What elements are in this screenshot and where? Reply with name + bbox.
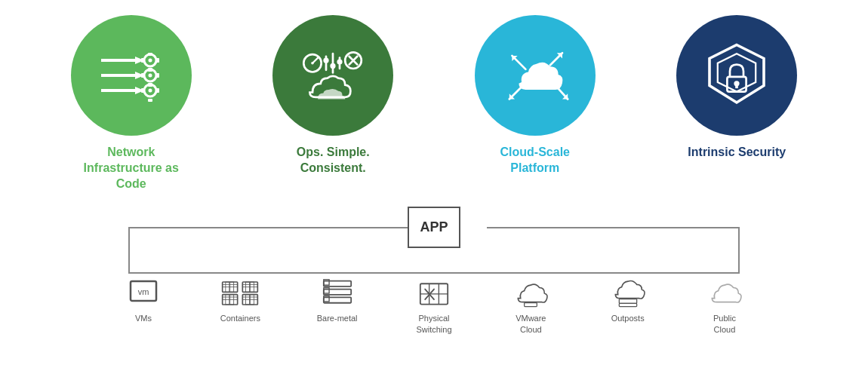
svg-rect-10: [156, 58, 159, 63]
svg-point-13: [148, 74, 152, 78]
svg-rect-20: [148, 83, 152, 86]
bottom-item-vmware-cloud-label: VMwareCloud: [516, 313, 546, 335]
svg-point-30: [324, 58, 329, 63]
bottom-item-outposts: Outposts: [590, 272, 666, 323]
pillar-label-cloud-scale: Cloud-ScalePlatform: [500, 145, 570, 176]
pillar-label-intrinsic-security: Intrinsic Security: [688, 145, 786, 161]
diagram-section: APP vm VMs: [30, 207, 838, 327]
hline-left: [128, 227, 426, 228]
outposts-icon: [609, 278, 647, 308]
svg-rect-14: [148, 68, 152, 71]
page-wrapper: NetworkInfrastructure asCode: [0, 0, 868, 342]
svg-rect-81: [619, 299, 636, 304]
svg-rect-22: [156, 88, 159, 93]
bottom-item-vms: vm VMs: [106, 272, 181, 323]
svg-rect-16: [156, 73, 159, 78]
vline-right: [738, 227, 740, 272]
bottom-item-physical-switching-label: PhysicalSwitching: [416, 313, 451, 335]
bottom-item-containers-label: Containers: [220, 313, 260, 323]
vmware-cloud-icon: [512, 278, 549, 308]
bottom-item-public-cloud-label: PublicCloud: [713, 313, 736, 335]
svg-rect-71: [323, 298, 350, 303]
vline-left: [128, 227, 130, 272]
svg-rect-82: [619, 304, 636, 307]
bottom-items: vm VMs: [106, 272, 762, 335]
pillar-label-network-infra: NetworkInfrastructure asCode: [84, 145, 179, 192]
pillar-cloud-scale: Cloud-ScalePlatform: [452, 15, 618, 176]
svg-rect-69: [323, 290, 350, 295]
pillar-network-infra: NetworkInfrastructure asCode: [48, 15, 214, 192]
svg-rect-21: [148, 99, 152, 102]
cloud-settings-icon: [299, 41, 367, 109]
pillars-section: NetworkInfrastructure asCode: [30, 15, 838, 192]
app-box: APP: [408, 207, 460, 248]
app-box-label: APP: [420, 219, 448, 235]
bottom-item-outposts-label: Outposts: [611, 313, 645, 323]
svg-point-19: [148, 89, 152, 93]
bottom-item-public-cloud: PublicCloud: [687, 272, 762, 335]
bottom-item-vms-label: VMs: [135, 313, 152, 323]
bottom-item-physical-switching: PhysicalSwitching: [396, 272, 472, 335]
bottom-item-containers: Containers: [202, 272, 278, 323]
pillar-circle-dark-green: [272, 15, 393, 136]
hline-right: [487, 227, 740, 228]
svg-text:vm: vm: [138, 287, 149, 296]
svg-point-26: [311, 62, 314, 65]
pillar-circle-cyan: [475, 15, 596, 136]
bottom-item-vmware-cloud: VMwareCloud: [493, 272, 568, 335]
pillar-ops-simple: Ops. Simple.Consistent.: [250, 15, 416, 176]
svg-rect-48: [735, 84, 738, 88]
svg-rect-79: [525, 303, 537, 307]
pillar-label-ops-simple: Ops. Simple.Consistent.: [297, 145, 370, 176]
svg-rect-67: [323, 281, 350, 287]
bare-metal-icon: [319, 278, 356, 308]
pillar-intrinsic-security: Intrinsic Security: [654, 15, 820, 161]
public-cloud-icon: [706, 278, 743, 308]
bottom-item-bare-metal-label: Bare-metal: [317, 313, 358, 323]
svg-point-32: [337, 59, 343, 64]
vm-icon: vm: [125, 278, 162, 308]
containers-icon: [221, 278, 259, 308]
bottom-item-bare-metal: Bare-metal: [300, 272, 375, 323]
gear-arrows-icon: [97, 41, 165, 109]
svg-point-31: [331, 63, 336, 69]
physical-switching-icon: [415, 278, 453, 308]
pillar-circle-green: [71, 15, 192, 136]
svg-rect-23: [141, 88, 144, 93]
svg-rect-8: [148, 53, 152, 56]
pillar-circle-dark-blue: [676, 15, 797, 136]
svg-rect-17: [141, 73, 144, 78]
svg-rect-11: [141, 58, 144, 63]
cloud-network-icon: [501, 41, 569, 109]
shield-lock-icon: [703, 41, 771, 109]
svg-point-7: [148, 59, 152, 63]
